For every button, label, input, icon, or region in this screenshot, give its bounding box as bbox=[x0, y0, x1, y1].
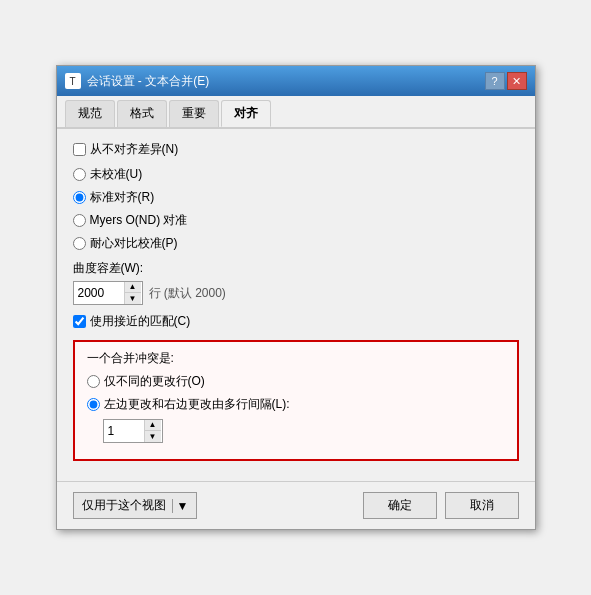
tabs-bar: 规范 格式 重要 对齐 bbox=[57, 96, 535, 129]
checkbox-near-match-row: 使用接近的匹配(C) bbox=[73, 313, 519, 330]
checkbox-near-match-label: 使用接近的匹配(C) bbox=[90, 313, 191, 330]
curve-input[interactable] bbox=[74, 282, 124, 304]
conflict-radio2-label: 左边更改和右边更改由多行间隔(L): bbox=[104, 396, 290, 413]
radio-patience-label: 耐心对比校准(P) bbox=[90, 235, 178, 252]
checkbox-near-match[interactable] bbox=[73, 315, 86, 328]
curve-down-arrow[interactable]: ▼ bbox=[125, 293, 141, 304]
title-bar: T 会话设置 - 文本合并(E) ? ✕ bbox=[57, 66, 535, 96]
tab-geshi[interactable]: 格式 bbox=[117, 100, 167, 127]
curve-spinbox-row: ▲ ▼ 行 (默认 2000) bbox=[73, 281, 519, 305]
conflict-up-arrow[interactable]: ▲ bbox=[145, 420, 161, 431]
conflict-radio1-row: 仅不同的更改行(O) bbox=[87, 373, 505, 390]
radio-myers-row: Myers O(ND) 对准 bbox=[73, 212, 519, 229]
radio-uncalibrated[interactable] bbox=[73, 168, 86, 181]
cancel-button[interactable]: 取消 bbox=[445, 492, 519, 519]
conflict-box: 一个合并冲突是: 仅不同的更改行(O) 左边更改和右边更改由多行间隔(L): ▲… bbox=[73, 340, 519, 461]
conflict-radio-changed-lines[interactable] bbox=[87, 375, 100, 388]
footer-left: 仅用于这个视图 ▼ bbox=[73, 492, 198, 519]
content-area: 从不对齐差异(N) 未校准(U) 标准对齐(R) Myers O(ND) 对准 … bbox=[57, 129, 535, 481]
checkbox-no-align-row: 从不对齐差异(N) bbox=[73, 141, 519, 158]
radio-uncalibrated-row: 未校准(U) bbox=[73, 166, 519, 183]
view-dropdown-label: 仅用于这个视图 bbox=[82, 497, 166, 514]
conflict-spinbox-row: ▲ ▼ bbox=[103, 419, 505, 443]
tab-zhongyao[interactable]: 重要 bbox=[169, 100, 219, 127]
conflict-down-arrow[interactable]: ▼ bbox=[145, 431, 161, 442]
conflict-line-input[interactable] bbox=[104, 420, 144, 442]
curve-up-arrow[interactable]: ▲ bbox=[125, 282, 141, 293]
conflict-radio2-row: 左边更改和右边更改由多行间隔(L): bbox=[87, 396, 505, 413]
view-dropdown[interactable]: 仅用于这个视图 ▼ bbox=[73, 492, 198, 519]
close-button[interactable]: ✕ bbox=[507, 72, 527, 90]
conflict-title: 一个合并冲突是: bbox=[87, 350, 505, 367]
dialog-title: 会话设置 - 文本合并(E) bbox=[87, 73, 210, 90]
conflict-arrows: ▲ ▼ bbox=[144, 420, 161, 442]
radio-standard-row: 标准对齐(R) bbox=[73, 189, 519, 206]
conflict-radio-multiline[interactable] bbox=[87, 398, 100, 411]
confirm-button[interactable]: 确定 bbox=[363, 492, 437, 519]
checkbox-no-align[interactable] bbox=[73, 143, 86, 156]
radio-myers-label: Myers O(ND) 对准 bbox=[90, 212, 188, 229]
curve-label: 曲度容差(W): bbox=[73, 260, 519, 277]
checkbox-no-align-label: 从不对齐差异(N) bbox=[90, 141, 179, 158]
dialog: T 会话设置 - 文本合并(E) ? ✕ 规范 格式 重要 对齐 从不对齐差异(… bbox=[56, 65, 536, 530]
footer-right: 确定 取消 bbox=[363, 492, 519, 519]
radio-uncalibrated-label: 未校准(U) bbox=[90, 166, 143, 183]
tab-guifan[interactable]: 规范 bbox=[65, 100, 115, 127]
radio-standard-label: 标准对齐(R) bbox=[90, 189, 155, 206]
dropdown-arrow-icon: ▼ bbox=[172, 499, 189, 513]
curve-arrows: ▲ ▼ bbox=[124, 282, 141, 304]
conflict-spinbox: ▲ ▼ bbox=[103, 419, 163, 443]
app-icon: T bbox=[65, 73, 81, 89]
radio-patience[interactable] bbox=[73, 237, 86, 250]
tab-duiqi[interactable]: 对齐 bbox=[221, 100, 271, 127]
footer: 仅用于这个视图 ▼ 确定 取消 bbox=[57, 481, 535, 529]
conflict-radio1-label: 仅不同的更改行(O) bbox=[104, 373, 205, 390]
radio-standard[interactable] bbox=[73, 191, 86, 204]
title-bar-left: T 会话设置 - 文本合并(E) bbox=[65, 73, 210, 90]
curve-hint: 行 (默认 2000) bbox=[149, 285, 226, 302]
title-buttons: ? ✕ bbox=[485, 72, 527, 90]
curve-spinbox: ▲ ▼ bbox=[73, 281, 143, 305]
help-button[interactable]: ? bbox=[485, 72, 505, 90]
radio-patience-row: 耐心对比校准(P) bbox=[73, 235, 519, 252]
radio-myers[interactable] bbox=[73, 214, 86, 227]
